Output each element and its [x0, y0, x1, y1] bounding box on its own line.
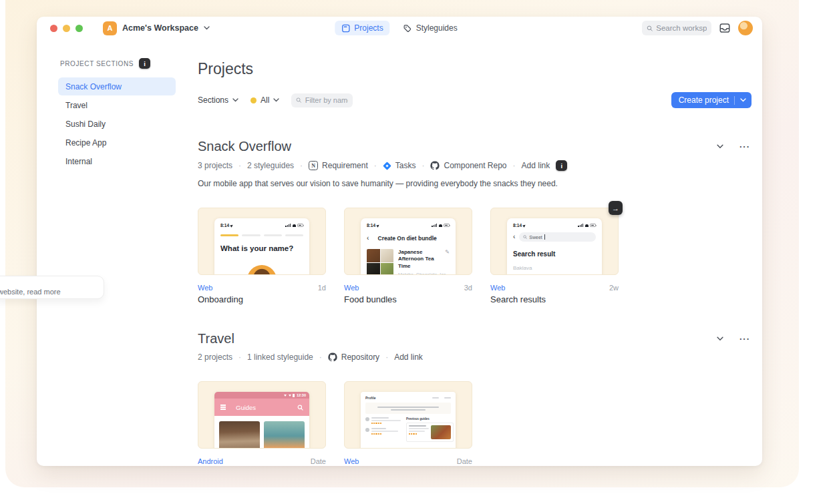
dot-separator — [300, 161, 303, 170]
projects-icon — [341, 24, 350, 33]
app-window: A Acme's Workspace Projects Styleguides — [37, 17, 762, 466]
sidebar-item-travel[interactable]: Travel — [58, 96, 176, 114]
section-controls: ··· — [717, 334, 752, 344]
add-link-button[interactable]: Add link — [394, 352, 423, 362]
dot-separator — [319, 352, 322, 362]
project-thumbnail: 8:14 What is your name? — [198, 208, 326, 275]
link-requirement[interactable]: N Requirement — [309, 161, 368, 170]
tab-styleguides[interactable]: Styleguides — [397, 21, 464, 35]
updated-label: 1d — [318, 284, 326, 292]
phone-status-bar: 8:14 — [513, 223, 596, 228]
android-phone-mockup: 12:30 Guides Paris Oahu — [214, 392, 309, 449]
sidebar: PROJECT SECTIONS i Snack Overflow Travel… — [37, 39, 198, 466]
project-card-food-bundles[interactable]: 8:14 ‹ Create On diet bundle — [344, 208, 472, 304]
platform-label: Web — [344, 457, 359, 465]
sidebar-item-sushi-daily[interactable]: Sushi Daily — [58, 115, 176, 133]
onboarding-progress-bar — [220, 234, 303, 236]
signal-icon — [578, 224, 583, 227]
close-window-button[interactable] — [50, 25, 57, 32]
section-header: Travel ··· — [198, 331, 752, 346]
link-repository[interactable]: Repository — [328, 352, 379, 362]
edit-pencil-icon: ✎ — [445, 249, 450, 255]
phone-mockup: 8:14 ‹ Sweet — [507, 218, 602, 275]
project-card-profile[interactable]: Profile — [344, 381, 472, 466]
previous-guides-column: Previous guides — [406, 417, 454, 442]
search-icon — [296, 97, 301, 103]
guide-card — [406, 423, 454, 442]
phone-time: 8:14 — [513, 223, 522, 228]
sidebar-item-snack-overflow[interactable]: Snack Overflow — [58, 77, 176, 95]
styleguides-count: 2 styleguides — [247, 161, 294, 170]
status-dropdown[interactable]: All — [251, 95, 279, 105]
dot-separator — [385, 352, 388, 362]
info-badge[interactable]: i — [139, 58, 150, 69]
text-cursor — [544, 234, 545, 240]
link-component-repo[interactable]: Component Repo — [430, 161, 506, 170]
signal-icon — [289, 395, 291, 397]
create-project-button[interactable]: Create project — [671, 92, 752, 108]
search-icon — [647, 25, 653, 32]
workspace-switcher[interactable]: A Acme's Workspace — [103, 21, 210, 35]
avatar — [365, 417, 369, 421]
collapse-section-chevron-icon[interactable] — [717, 336, 723, 341]
project-card-onboarding[interactable]: 8:14 What is your name? Web 1d — [198, 208, 326, 304]
location-arrow-icon — [230, 224, 234, 228]
tab-styleguides-label: Styleguides — [416, 23, 458, 33]
onboarding-question: What is your name? — [220, 244, 303, 252]
tab-projects[interactable]: Projects — [335, 21, 389, 35]
project-thumbnail: 8:14 ‹ Create On diet bundle — [344, 208, 472, 275]
section-more-button[interactable]: ··· — [739, 142, 750, 152]
window-body: PROJECT SECTIONS i Snack Overflow Travel… — [37, 39, 762, 466]
user-avatar[interactable] — [738, 21, 753, 35]
section-meta: 2 projects 1 linked styleguide Repositor… — [198, 352, 752, 362]
web-page-header: Profile — [365, 396, 451, 400]
main-content: Projects Sections All Create project — [198, 39, 762, 466]
link-repository-label: Repository — [341, 352, 379, 362]
section-more-button[interactable]: ··· — [739, 334, 750, 344]
guide-photo-oahu: Oahu — [264, 421, 305, 449]
minimize-window-button[interactable] — [63, 25, 70, 32]
collapse-section-chevron-icon[interactable] — [717, 144, 723, 149]
reviews-column — [365, 417, 401, 442]
location-arrow-icon — [522, 224, 526, 228]
workspace-search-input[interactable] — [656, 24, 707, 32]
filter-by-name-input[interactable] — [305, 96, 349, 104]
inbox-icon[interactable] — [719, 22, 731, 34]
battery-icon — [293, 394, 295, 397]
sidebar-item-recipe-app[interactable]: Recipe App — [58, 134, 176, 152]
edge-tooltip-text: website, read more — [0, 288, 61, 296]
workspace-search[interactable] — [642, 21, 711, 35]
open-arrow-badge[interactable]: → — [609, 201, 623, 215]
section-title: Snack Overflow — [198, 139, 291, 154]
project-thumbnail: Profile — [344, 381, 472, 449]
window-controls — [50, 25, 83, 32]
bundle-item: Japanese Afternoon Tea Time ✎ Matcha, Ch… — [367, 249, 450, 275]
add-link-button[interactable]: Add link — [522, 161, 550, 170]
phone-results-heading: Search result — [513, 250, 596, 258]
dot-separator — [422, 161, 424, 170]
card-meta-row: Web Date — [344, 457, 472, 465]
filter-row: Sections All Create project — [198, 92, 752, 108]
android-time: 12:30 — [297, 393, 306, 397]
zoom-window-button[interactable] — [75, 25, 83, 32]
sidebar-item-internal[interactable]: Internal — [58, 152, 176, 170]
styleguides-count: 1 linked styleguide — [247, 352, 313, 362]
link-tasks[interactable]: Tasks — [383, 161, 416, 170]
web-banner — [365, 403, 451, 414]
create-project-label: Create project — [679, 95, 729, 105]
phone-search-row: ‹ Sweet — [513, 232, 596, 242]
project-card-guides[interactable]: 12:30 Guides Paris Oahu — [198, 381, 326, 466]
filter-by-name[interactable] — [291, 93, 353, 107]
project-card-search-results[interactable]: → 8:14 ‹ — [490, 208, 619, 304]
github-icon — [328, 352, 337, 362]
android-app-bar: Guides — [214, 399, 309, 416]
web-page-title: Profile — [365, 396, 376, 400]
search-icon — [297, 405, 303, 411]
add-link-label: Add link — [522, 161, 550, 170]
search-icon — [523, 235, 527, 239]
info-badge[interactable]: i — [556, 160, 567, 171]
guide-card-photo — [431, 425, 451, 439]
review-item — [365, 428, 401, 435]
project-name: Food bundles — [344, 294, 472, 304]
sections-dropdown[interactable]: Sections — [198, 95, 238, 105]
